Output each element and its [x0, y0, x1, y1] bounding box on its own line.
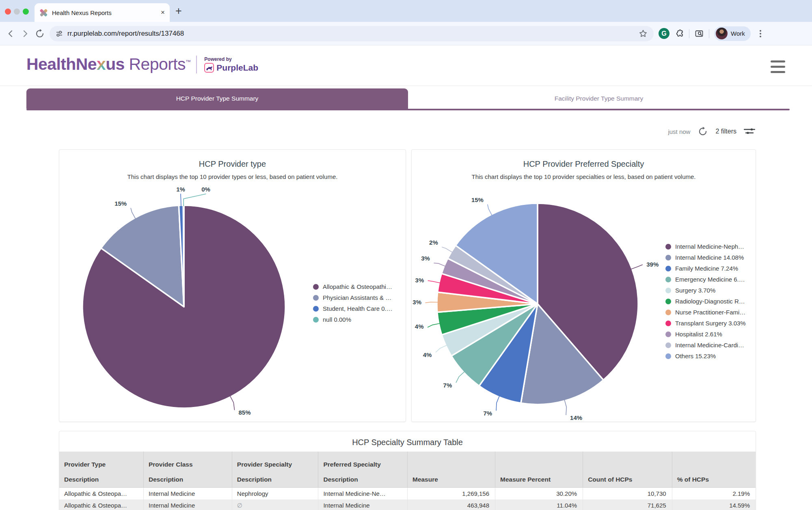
pie-leader-line	[131, 208, 135, 219]
legend-item[interactable]: null 0.00%	[313, 315, 393, 324]
browser-toolbar: rr.purplelab.com/report/results/137468 G…	[0, 22, 812, 45]
legend-item[interactable]: Internal Medicine-Neph…	[665, 242, 746, 251]
column-header[interactable]: % of HCPs	[672, 452, 756, 488]
legend-swatch	[665, 342, 671, 348]
legend-swatch	[665, 288, 671, 293]
column-header[interactable]: Count of HCPs	[583, 452, 672, 488]
menu-hamburger-icon[interactable]	[771, 60, 785, 73]
url-bar[interactable]: rr.purplelab.com/report/results/137468	[50, 26, 654, 41]
table-cell: Internal Medicine	[144, 488, 232, 500]
table-cell: Allopathic & Osteopa…	[59, 499, 144, 510]
app-header: HealthNexus Reports™ Powered by PurpleLa…	[0, 46, 812, 86]
table-cell: 2.19%	[672, 488, 756, 500]
tab-search-icon[interactable]	[694, 29, 704, 39]
legend-item[interactable]: Student, Health Care 0.…	[313, 304, 393, 313]
legend-label: Family Medicine 7.24%	[675, 265, 738, 272]
pie-percent-label: 3%	[415, 277, 424, 284]
table-cell: 30.20%	[495, 488, 583, 500]
legend-swatch	[313, 306, 319, 312]
legend-swatch	[665, 255, 671, 260]
column-header[interactable]: Measure	[407, 452, 495, 488]
pie-percent-label: 0%	[201, 186, 210, 193]
filter-icon[interactable]	[744, 128, 755, 135]
legend-label: Others 15.23%	[675, 353, 716, 359]
forward-icon[interactable]	[20, 29, 30, 39]
pie-leader-line	[442, 247, 452, 252]
legend-item[interactable]: Nurse Practitioner-Fami…	[665, 308, 746, 316]
column-header[interactable]: Measure Percent	[495, 452, 583, 488]
extensions-puzzle-icon[interactable]	[674, 29, 684, 39]
chart-legend: Allopathic & Osteopathi…Physician Assist…	[313, 282, 393, 324]
browser-tab-strip: Health Nexus Reports × +	[0, 0, 812, 22]
legend-label: Student, Health Care 0.…	[323, 305, 393, 312]
hcp-specialty-summary-table: Provider TypeDescriptionProvider ClassDe…	[59, 452, 756, 510]
back-icon[interactable]	[6, 29, 15, 39]
chart-card-provider-type: HCP Provider type This chart displays th…	[59, 149, 406, 422]
bookmark-star-icon[interactable]	[638, 29, 648, 39]
reload-icon[interactable]	[35, 29, 45, 39]
tab-hcp-provider-type-summary[interactable]: HCP Provider Type Summary	[26, 88, 408, 109]
legend-item[interactable]: Hospitalist 2.61%	[665, 330, 746, 338]
legend-label: Nurse Practitioner-Fami…	[675, 309, 745, 316]
url-text[interactable]: rr.purplelab.com/report/results/137468	[67, 30, 184, 38]
window-minimize-button[interactable]	[14, 9, 20, 15]
window-zoom-button[interactable]	[23, 9, 29, 15]
browser-menu-icon[interactable]	[756, 29, 765, 39]
browser-tab[interactable]: Health Nexus Reports ×	[35, 3, 170, 22]
pie-percent-label: 15%	[114, 200, 127, 207]
column-header[interactable]: Preferred SpecialtyDescription	[318, 452, 408, 488]
legend-swatch	[665, 244, 671, 250]
table-cell: Allopathic & Osteopa…	[59, 488, 144, 500]
purplelab-dog-icon	[204, 63, 214, 73]
site-info-icon[interactable]	[55, 30, 63, 38]
pie-slice[interactable]	[183, 205, 184, 307]
pie-leader-line	[436, 345, 447, 352]
refresh-icon[interactable]	[698, 126, 708, 137]
legend-swatch	[313, 317, 319, 323]
grammarly-extension-icon[interactable]: G	[659, 28, 669, 39]
column-header[interactable]: Provider SpecialtyDescription	[232, 452, 318, 488]
toolbar-separator	[689, 29, 689, 38]
legend-item[interactable]: Internal Medicine 14.08%	[665, 253, 746, 262]
table-row[interactable]: Allopathic & Osteopa…Internal Medicine∅I…	[59, 499, 756, 510]
legend-item[interactable]: Surgery 3.70%	[665, 286, 746, 295]
legend-label: null 0.00%	[323, 316, 351, 323]
toolbar-separator	[709, 29, 709, 38]
column-header[interactable]: Provider TypeDescription	[59, 452, 144, 488]
legend-item[interactable]: Family Medicine 7.24%	[665, 264, 746, 273]
table-cell: ∅	[232, 499, 318, 510]
legend-item[interactable]: Others 15.23%	[665, 352, 746, 360]
legend-item[interactable]: Physician Assistants & …	[313, 293, 393, 302]
legend-item[interactable]: Transplant Surgery 3.03%	[665, 319, 746, 327]
legend-label: Radiology-Diagnostic R…	[675, 298, 745, 305]
table-cell: Internal Medicine	[318, 499, 408, 510]
legend-item[interactable]: Allopathic & Osteopathi…	[313, 282, 393, 291]
legend-swatch	[665, 321, 671, 326]
legend-item[interactable]: Radiology-Diagnostic R…	[665, 297, 746, 306]
legend-swatch	[665, 331, 671, 337]
table-cell: Internal Medicine	[144, 499, 232, 510]
legend-item[interactable]: Emergency Medicine 6.…	[665, 275, 746, 284]
column-header[interactable]: Provider ClassDescription	[144, 452, 232, 488]
legend-swatch	[665, 353, 671, 359]
legend-item[interactable]: Internal Medicine-Cardi…	[665, 341, 746, 349]
pie-percent-label: 39%	[646, 261, 659, 268]
table-cell: 10,730	[583, 488, 672, 500]
table-row[interactable]: Allopathic & Osteopa…Internal MedicineNe…	[59, 488, 756, 500]
table-cell: 14.59%	[672, 499, 756, 510]
pie-leader-line	[488, 204, 492, 215]
legend-swatch	[665, 310, 671, 315]
table-cell: 11.04%	[495, 499, 583, 510]
browser-profile-button[interactable]: Work	[714, 26, 751, 41]
tab-facility-provider-type-summary[interactable]: Facility Provider Type Summary	[408, 88, 790, 109]
filters-count-text[interactable]: 2 filters	[715, 128, 736, 135]
new-tab-button[interactable]: +	[175, 5, 182, 17]
legend-label: Hospitalist 2.61%	[675, 331, 722, 338]
report-controls: just now 2 filters	[668, 123, 755, 140]
tab-close-icon[interactable]: ×	[161, 9, 165, 17]
site-favicon-icon	[39, 9, 48, 17]
pie-leader-line	[434, 263, 445, 266]
window-close-button[interactable]	[5, 9, 11, 15]
pie-leader-line	[456, 372, 464, 382]
purplelab-brand: PurpleLab	[216, 63, 258, 73]
